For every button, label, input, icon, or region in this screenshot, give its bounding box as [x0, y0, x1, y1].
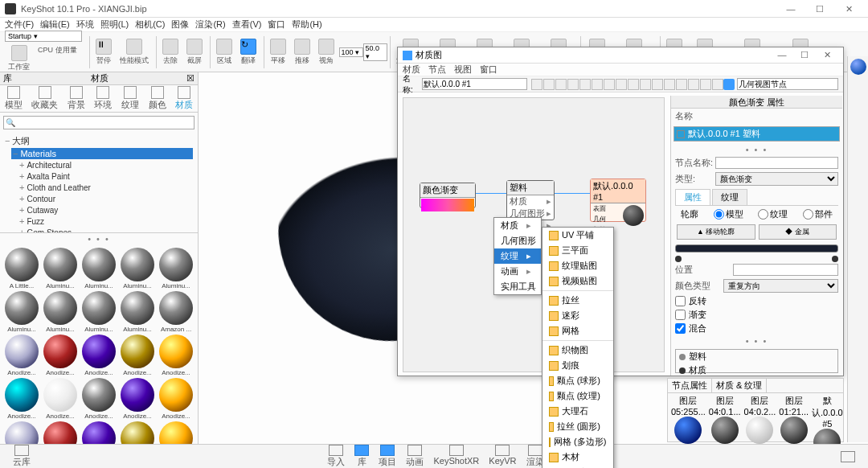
menu-camera[interactable]: 相机(C) — [135, 18, 165, 31]
tab-texture[interactable]: 纹理 — [712, 189, 747, 205]
node-output[interactable]: 默认.0.0.0 #1 表面 几何 标签 — [590, 179, 646, 222]
tb-icon[interactable] — [579, 79, 591, 90]
target-icon[interactable] — [723, 79, 735, 90]
gradient-editor[interactable] — [675, 244, 838, 252]
dmenu-node[interactable]: 节点 — [428, 64, 446, 76]
material-thumb[interactable]: Anodize... — [119, 335, 156, 376]
nodename-input[interactable] — [715, 157, 838, 169]
material-thumb[interactable]: Aluminu... — [119, 291, 156, 333]
menu-light[interactable]: 照明(L) — [100, 18, 129, 31]
move-button[interactable]: ▲ 移动轮廓 — [677, 224, 755, 240]
tree-materials[interactable]: −Materials — [11, 148, 193, 159]
material-thumb[interactable]: Anodize... — [80, 378, 117, 420]
menu-edit[interactable]: 编辑(E) — [40, 18, 70, 31]
chk-blend[interactable]: 混合 — [671, 322, 842, 335]
material-thumb[interactable]: Anodize... — [3, 378, 40, 420]
radio-part[interactable]: 部件 — [803, 208, 833, 220]
menu-help[interactable]: 帮助(H) — [292, 18, 321, 31]
material-thumb[interactable]: Anodize... — [158, 335, 194, 376]
name-input[interactable] — [422, 78, 527, 90]
stop-handle[interactable] — [832, 256, 838, 262]
ctx-item[interactable]: 大理石 — [542, 404, 613, 419]
tab-fav[interactable]: 收藏夹 — [28, 84, 61, 113]
xr-button[interactable]: KeyShotXR — [433, 445, 479, 468]
ctx-item[interactable]: 迷彩 — [542, 308, 613, 323]
project-button[interactable]: 项目 — [379, 445, 396, 468]
material-thumb[interactable]: Anodize... — [80, 335, 117, 376]
menu-image[interactable]: 图像 — [171, 18, 189, 31]
anim-button[interactable]: 动画 — [406, 445, 424, 468]
tb-icon[interactable] — [616, 79, 627, 90]
material-thumb[interactable]: Anodize... — [42, 378, 79, 420]
perf-icon[interactable] — [126, 39, 142, 55]
drag-handle[interactable]: • • • — [0, 233, 198, 244]
vr-button[interactable]: KeyVR — [489, 445, 516, 468]
material-thumb[interactable]: Anodize... — [119, 378, 156, 420]
ctx-item[interactable]: 颗点 (纹理) — [542, 388, 613, 404]
tree-item[interactable]: +Fuzz — [19, 216, 193, 227]
menu-view[interactable]: 查看(V) — [232, 18, 262, 31]
cloud-button[interactable]: 云库 — [13, 445, 31, 468]
menu-file[interactable]: 文件(F) — [5, 18, 34, 31]
tree-item[interactable]: +Cutaway — [19, 204, 193, 216]
dlg-close-button[interactable]: ✕ — [816, 50, 838, 60]
radio-tex[interactable]: 纹理 — [758, 208, 788, 220]
ctx-item[interactable]: 织物图 — [542, 343, 613, 358]
import-button[interactable]: 导入 — [327, 445, 345, 468]
tree-item[interactable]: +Cloth and Leather — [19, 182, 193, 193]
dlg-min-button[interactable]: — — [771, 50, 793, 60]
ctx-item[interactable]: 颗点 (球形) — [542, 373, 613, 388]
metal-button[interactable]: ◆ 金属 — [759, 224, 837, 240]
search-input[interactable] — [3, 116, 194, 129]
ctx-texture[interactable]: 纹理▸ — [494, 248, 541, 264]
ctx-geom[interactable]: 几何图形▸ — [494, 233, 541, 248]
menu-window[interactable]: 窗口 — [268, 18, 285, 31]
refresh-icon[interactable]: ↻ — [240, 39, 256, 55]
lib-button[interactable]: 库 — [354, 445, 369, 468]
tb-icon[interactable] — [676, 79, 687, 90]
dolly-icon[interactable] — [294, 39, 310, 55]
angle-icon[interactable] — [318, 39, 334, 55]
tb-icon[interactable] — [652, 79, 663, 90]
material-thumb[interactable]: Aluminu... — [80, 291, 117, 333]
material-list[interactable]: 默认.0.0.0 #1 塑料 — [674, 126, 840, 142]
tb-icon[interactable] — [628, 79, 639, 90]
pos-input[interactable] — [733, 264, 838, 276]
ctx-item[interactable]: 木材 (高级) — [542, 465, 613, 468]
ctx-item[interactable]: UV 平铺 — [542, 228, 613, 243]
ctx-item[interactable]: 视频贴图 — [542, 273, 613, 289]
tab-model[interactable]: 模型 — [2, 84, 26, 113]
tb-icon[interactable] — [700, 79, 711, 90]
tb-icon[interactable] — [640, 79, 651, 90]
material-thumb[interactable]: A Little... — [3, 248, 40, 289]
minimize-button[interactable]: — — [776, 0, 805, 18]
tb-icon[interactable] — [688, 79, 699, 90]
tb-icon[interactable] — [543, 79, 555, 90]
tb-icon[interactable] — [531, 79, 542, 90]
ctx-item[interactable]: 网格 (多边形) — [542, 434, 613, 450]
close-button[interactable]: ✕ — [834, 0, 863, 18]
material-thumb[interactable]: Anodize... — [42, 335, 79, 376]
colormode-select[interactable]: 重复方向 — [723, 279, 838, 293]
tb-icon[interactable] — [592, 79, 603, 90]
stop-handle[interactable] — [675, 256, 682, 262]
tb-icon[interactable] — [712, 79, 723, 90]
region-icon[interactable] — [216, 39, 232, 55]
tab-material[interactable]: 材质 — [172, 84, 196, 113]
dmenu-window[interactable]: 窗口 — [480, 64, 497, 76]
tree-root[interactable]: −大纲 — [5, 134, 193, 148]
node-color-gradient[interactable]: 颜色渐变 — [420, 183, 476, 208]
mini-list[interactable]: 塑料 材质 — [675, 349, 838, 373]
focal-field[interactable]: 50.0 ▾ — [363, 43, 387, 61]
tb-icon[interactable] — [555, 79, 567, 90]
ctx-item[interactable]: 拉丝 — [542, 293, 613, 308]
material-thumb[interactable]: Anodize... — [158, 378, 194, 420]
tree-item[interactable]: +Contour — [19, 193, 193, 204]
type-select[interactable]: 颜色渐变 — [715, 172, 838, 186]
material-thumb[interactable]: Anodize... — [3, 335, 40, 376]
chk-gradient[interactable]: 渐变 — [671, 308, 842, 322]
addr-input[interactable] — [737, 78, 838, 90]
list-item[interactable]: 材质 — [676, 363, 837, 377]
maximize-button[interactable]: ☐ — [805, 0, 834, 18]
dlg-max-button[interactable]: ☐ — [793, 50, 816, 60]
